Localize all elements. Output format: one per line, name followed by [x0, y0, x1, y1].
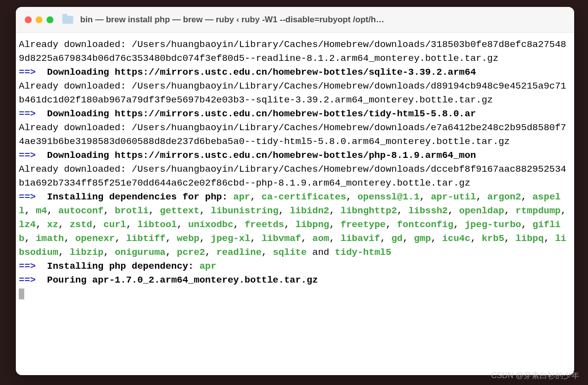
arrow-icon: ==> — [19, 150, 36, 161]
tidy-url: https://mirrors.ustc.edu.cn/homebrew-bot… — [115, 108, 476, 119]
dep-name: openexr — [75, 233, 115, 244]
arrow-icon: ==> — [19, 67, 36, 78]
dep-name: openssl@1.1 — [357, 192, 419, 202]
titlebar[interactable]: bin — brew install php — brew — ruby ‹ r… — [16, 7, 574, 33]
arrow-icon: ==> — [19, 275, 36, 286]
dep-name: krb5 — [482, 233, 504, 244]
folder-icon — [62, 16, 73, 24]
dep-name: sqlite — [273, 247, 306, 258]
dep-name: xz — [47, 219, 58, 230]
dep-name: autoconf — [58, 205, 103, 216]
downloading-label: Downloading — [47, 150, 115, 161]
dep-name: ca-certificates — [261, 192, 346, 202]
dep-name: apr-util — [431, 192, 476, 202]
dep-name: lz4 — [19, 219, 36, 230]
arrow-icon: ==> — [19, 108, 36, 119]
php-url: https://mirrors.ustc.edu.cn/homebrew-bot… — [115, 150, 476, 161]
downloading-label: Downloading — [47, 108, 115, 119]
dep-name: libpng — [295, 219, 329, 230]
already-label: Already downloaded: — [19, 39, 132, 50]
dep-name: gmp — [414, 233, 431, 244]
dep-name: icu4c — [442, 233, 470, 244]
dep-name: gd — [392, 233, 403, 244]
window-title: bin — brew install php — brew — ruby ‹ r… — [80, 15, 565, 25]
dep-name: fontconfig — [397, 219, 453, 230]
dep-name: unixodbc — [188, 219, 233, 230]
dep-name: libvmaf — [261, 233, 301, 244]
dep-name: openldap — [459, 205, 504, 216]
dep-name: tidy-html5 — [335, 247, 392, 258]
dep-name: libzip — [70, 247, 103, 258]
dep-name: libidn2 — [290, 205, 329, 216]
dep-name: zstd — [70, 219, 93, 230]
dep-name: jpeg-xl — [211, 233, 250, 244]
dep-name: freetds — [245, 219, 284, 230]
dep-name: gettext — [160, 205, 199, 216]
terminal-output[interactable]: Already downloaded: /Users/huangbaoyin/L… — [16, 33, 574, 375]
install-one-name: apr — [199, 261, 216, 272]
pouring-file: apr-1.7.0_2.arm64_monterey.bottle.tar.gz — [92, 275, 318, 286]
dep-name: freetype — [341, 219, 386, 230]
dep-name: libpq — [516, 233, 544, 244]
dep-name: argon2 — [487, 192, 521, 202]
terminal-window: bin — brew install php — brew — ruby ‹ r… — [16, 7, 574, 375]
dep-name: libtool — [138, 219, 177, 230]
dep-name: curl — [103, 219, 126, 230]
already-label: Already downloaded: — [19, 122, 132, 133]
already-label: Already downloaded: — [19, 164, 132, 175]
dep-name: libtiff — [126, 233, 166, 244]
maximize-icon[interactable] — [47, 16, 53, 23]
dep-name: readline — [216, 247, 261, 258]
dep-name: oniguruma — [115, 247, 166, 258]
dep-name: aom — [312, 233, 329, 244]
sqlite-url: https://mirrors.ustc.edu.cn/homebrew-bot… — [115, 67, 476, 78]
dep-name: jpeg-turbo — [465, 219, 521, 230]
install-one-heading: Installing php dependency: — [47, 261, 199, 272]
arrow-icon: ==> — [19, 192, 36, 202]
cursor-icon — [19, 289, 24, 299]
dep-name: imath — [36, 233, 64, 244]
already-label: Already downloaded: — [19, 81, 132, 92]
watermark: CSDN @穿素白衫的少年 — [491, 371, 579, 381]
downloading-label: Downloading — [47, 67, 115, 78]
dep-name: libssh2 — [408, 205, 448, 216]
dep-name: rtmpdump — [516, 205, 561, 216]
dep-name: libnghttp2 — [341, 205, 397, 216]
arrow-icon: ==> — [19, 261, 36, 272]
dep-name: m4 — [36, 205, 47, 216]
close-icon[interactable] — [25, 16, 32, 23]
dep-name: libavif — [341, 233, 380, 244]
dep-name: apr — [233, 192, 250, 202]
dep-name: brotli — [115, 205, 148, 216]
traffic-lights — [25, 16, 53, 23]
minimize-icon[interactable] — [36, 16, 43, 23]
deps-heading: Installing dependencies for php: — [47, 192, 233, 202]
dep-name: pcre2 — [177, 247, 205, 258]
dep-name: webp — [177, 233, 199, 244]
pouring-label: Pouring — [47, 275, 92, 286]
dep-name: libunistring — [211, 205, 279, 216]
